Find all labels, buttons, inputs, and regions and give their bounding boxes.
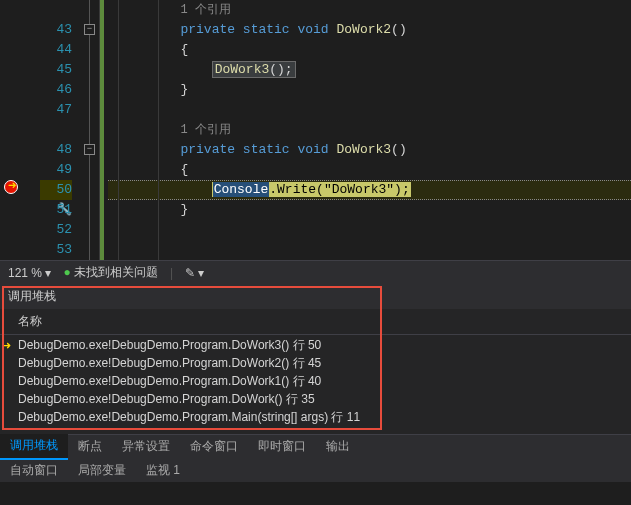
tab-immediate[interactable]: 即时窗口	[248, 434, 316, 459]
stack-frame[interactable]: DebugDemo.exe!DebugDemo.Program.Main(str…	[0, 407, 631, 425]
zoom-level[interactable]: 121 % ▾	[8, 266, 51, 280]
execution-arrow-icon: ➜	[8, 177, 16, 194]
tool-dropdown[interactable]: ✎ ▾	[185, 266, 204, 280]
issues-status[interactable]: ● 未找到相关问题	[63, 264, 158, 281]
current-frame-arrow-icon: ➜	[2, 337, 11, 353]
change-indicator	[100, 0, 108, 260]
panel-title: 调用堆栈	[0, 284, 631, 309]
stack-frame[interactable]: DebugDemo.exe!DebugDemo.Program.DoWork2(…	[0, 353, 631, 371]
check-icon: ●	[63, 265, 70, 279]
tab-output[interactable]: 输出	[316, 434, 360, 459]
fold-column: − −	[80, 0, 100, 260]
fold-toggle-icon[interactable]: −	[84, 24, 95, 35]
bottom-tabs-1: 调用堆栈 断点 异常设置 命令窗口 即时窗口 输出	[0, 434, 631, 458]
tab-breakpoints[interactable]: 断点	[68, 434, 112, 459]
column-header-name[interactable]: 名称	[0, 309, 631, 335]
callstack-panel: 调用堆栈 名称 ➜ DebugDemo.exe!DebugDemo.Progra…	[0, 284, 631, 434]
tab-autos[interactable]: 自动窗口	[0, 458, 68, 483]
editor-status-bar: 121 % ▾ ● 未找到相关问题 | ✎ ▾	[0, 260, 631, 284]
code-editor[interactable]: ➜ 43 44 45 46 47 48 49 50🔧 51 52 53 − − …	[0, 0, 631, 260]
stack-frame[interactable]: DebugDemo.exe!DebugDemo.Program.DoWork()…	[0, 389, 631, 407]
tab-watch1[interactable]: 监视 1	[136, 458, 190, 483]
stack-frame[interactable]: DebugDemo.exe!DebugDemo.Program.DoWork1(…	[0, 371, 631, 389]
tab-locals[interactable]: 局部变量	[68, 458, 136, 483]
fold-toggle-icon[interactable]: −	[84, 144, 95, 155]
code-content[interactable]: 1 个引用 private static void DoWork2() { Do…	[108, 0, 631, 260]
tab-exceptions[interactable]: 异常设置	[112, 434, 180, 459]
line-numbers: 43 44 45 46 47 48 49 50🔧 51 52 53	[40, 0, 80, 260]
gutter: ➜	[0, 0, 40, 260]
stack-frame[interactable]: ➜ DebugDemo.exe!DebugDemo.Program.DoWork…	[0, 335, 631, 353]
bottom-tabs-2: 自动窗口 局部变量 监视 1	[0, 458, 631, 482]
tab-command[interactable]: 命令窗口	[180, 434, 248, 459]
tab-callstack[interactable]: 调用堆栈	[0, 433, 68, 460]
